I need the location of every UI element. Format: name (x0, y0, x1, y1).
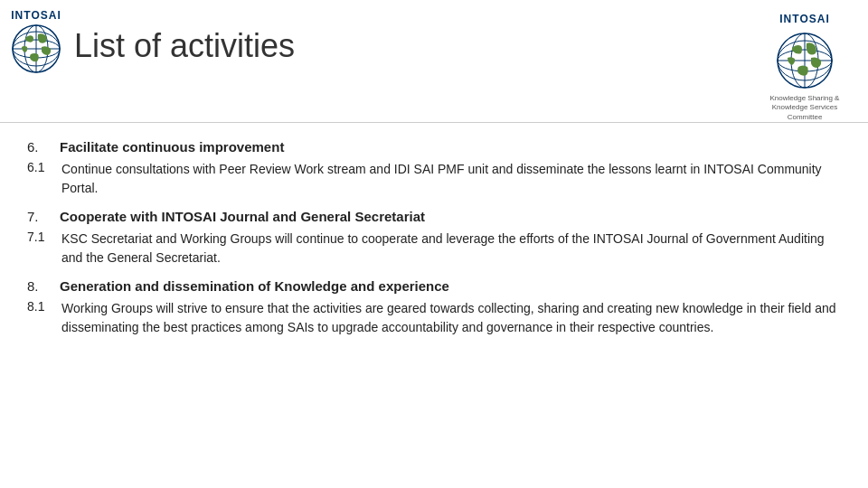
header: INTOSAI (0, 0, 868, 122)
title-area: List of activities (74, 21, 295, 64)
header-divider (0, 122, 868, 123)
activity-heading-8: Generation and dissemination of Knowledg… (60, 278, 449, 294)
activity-number-7: 7. (27, 209, 52, 224)
sub-number-6-1: 6.1 (27, 160, 56, 174)
content-area: 6. Facilitate continuous improvement 6.1… (0, 130, 868, 357)
activity-item-8: 8. Generation and dissemination of Knowl… (27, 278, 841, 337)
activity-main-8: 8. Generation and dissemination of Knowl… (27, 278, 841, 294)
sub-number-8-1: 8.1 (27, 299, 56, 314)
sub-number-7-1: 7.1 (27, 230, 56, 244)
header-right: INTOSAI Knowledge Sharing & Knowledge Se… (760, 9, 850, 122)
sub-text-6-1: Continue consultations with Peer Review … (61, 160, 841, 198)
activity-sub-7-1: 7.1 KSC Secretariat and Working Groups w… (27, 230, 841, 267)
activity-sub-6-1: 6.1 Continue consultations with Peer Rev… (27, 160, 841, 198)
page: INTOSAI (0, 0, 868, 488)
activity-item-7: 7. Cooperate with INTOSAI Journal and Ge… (27, 209, 841, 267)
activity-sub-8-1: 8.1 Working Groups will strive to ensure… (27, 299, 841, 337)
activity-heading-6: Facilitate continuous improvement (60, 139, 284, 155)
logo-left-text: INTOSAI (11, 9, 61, 22)
logo-left: INTOSAI (9, 9, 63, 76)
header-left: INTOSAI (9, 9, 295, 76)
page-title: List of activities (74, 28, 295, 64)
globe-left-icon (9, 22, 63, 76)
activity-heading-7: Cooperate with INTOSAI Journal and Gener… (60, 209, 425, 224)
activity-main-7: 7. Cooperate with INTOSAI Journal and Ge… (27, 209, 841, 224)
activity-item-6: 6. Facilitate continuous improvement 6.1… (27, 139, 841, 198)
activity-number-6: 6. (27, 139, 52, 155)
activity-main-6: 6. Facilitate continuous improvement (27, 139, 841, 155)
logo-right-text: INTOSAI (779, 13, 829, 25)
sub-text-7-1: KSC Secretariat and Working Groups will … (61, 230, 841, 267)
globe-right-icon (773, 29, 836, 92)
sub-text-8-1: Working Groups will strive to ensure tha… (61, 299, 841, 337)
ksc-label: Knowledge Sharing & Knowledge Services C… (760, 94, 850, 122)
activity-number-8: 8. (27, 278, 52, 294)
